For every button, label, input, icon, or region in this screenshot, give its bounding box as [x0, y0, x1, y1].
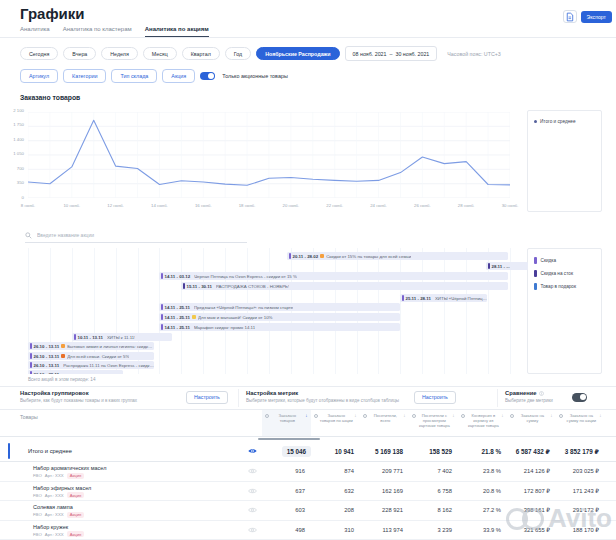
help-icon [314, 414, 318, 418]
period-pill[interactable]: Неделя [101, 47, 137, 60]
promo-label: ХИТЫ «Чёрной Пятницы» [435, 296, 487, 301]
x-axis-tick: 18 нояб. [239, 203, 256, 208]
promo-bar[interactable]: 26.10 - 13.11 Для всей семьи. Скидки от … [28, 352, 154, 360]
period-pill[interactable]: Квартал [182, 47, 220, 60]
eye-icon [248, 507, 257, 513]
sort-arrow-icon: ↓ [452, 413, 454, 419]
product-cell: Набор эфирных масел FBO Арт.: XXX Акция [20, 482, 242, 501]
date-range-picker[interactable]: 08 нояб. 2021 – 30 нояб. 2021 [345, 46, 438, 61]
fulfillment-label: FBO [33, 473, 42, 478]
promo-bar[interactable]: 28.11 - ... [486, 262, 528, 270]
article-label: Арт.: XXX [45, 493, 64, 498]
table-row: Набор кружек FBO Арт.: XXX Акция [0, 521, 616, 540]
tab-analytics[interactable]: Аналитика [20, 26, 50, 37]
promo-bar[interactable]: 26.10 - 13.11 Распродажа 11.11 на Ozon E… [28, 361, 154, 369]
metrics-title: Настройка метрик [246, 390, 399, 396]
promo-type-tick [488, 263, 490, 269]
promo-bar[interactable]: 25.11 - 28.11 ХИТЫ «Чёрной Пятницы» [400, 294, 487, 302]
promo-bar[interactable]: 14.11 - 25.11 Предзаказ «Чёрной Пятницы»… [159, 303, 400, 311]
totals-visibility-toggle[interactable] [248, 448, 257, 454]
promo-dates: 25.11 - 28.11 [406, 296, 431, 301]
promo-badge: Акция [67, 492, 85, 498]
column-header[interactable]: Заказано на сумму ↓ [507, 410, 556, 436]
totals-value: 5 169 138 [360, 448, 409, 455]
tab-analytics-clusters[interactable]: Аналитика по кластерам [63, 26, 132, 37]
metric-value: 214 126 ₽ [507, 468, 556, 474]
promo-icon [320, 254, 324, 258]
promo-type-tick [74, 334, 76, 340]
promo-dates: 26.10 - 13.11 [34, 344, 60, 349]
help-icon [510, 414, 514, 418]
promo-bar[interactable]: 15.11 - 30.11 РАСПРОДАЖА СТОКОВ - НОЯБРЬ… [181, 282, 508, 290]
comparison-title: Сравнение [505, 390, 537, 396]
dimension-filter-button[interactable]: Категории [63, 69, 106, 83]
grouping-configure-button[interactable]: Настроить [186, 391, 228, 404]
metrics-configure-button[interactable]: Настроить [414, 391, 456, 404]
promo-search-input[interactable] [35, 231, 247, 239]
promo-bar[interactable]: 26.10 - 28.11 [28, 370, 123, 374]
promo-label: Марафон скидок: промо 14.11 [194, 325, 255, 330]
product-name: Набор эфирных масел [33, 485, 242, 491]
promo-search [25, 228, 247, 243]
date-to: 30 нояб. 2021 [395, 51, 429, 57]
promo-legend-label: Товар в подарок [541, 284, 577, 289]
table-row: Солевая лампа FBO Арт.: XXX Акция [0, 501, 616, 521]
share-report-button[interactable] [563, 10, 577, 23]
date-from: 08 нояб. 2021 [353, 51, 387, 57]
promo-bar[interactable]: 10.11 - 13.11 ХИТЫ к 11.11! [72, 333, 172, 341]
period-pill[interactable]: Год [225, 47, 251, 60]
row-visibility-toggle[interactable] [248, 507, 257, 513]
dimension-filter-button[interactable]: Артикул [20, 69, 58, 83]
export-button[interactable]: Экспорт [581, 11, 613, 23]
promo-legend-item: Товар в подарок [534, 283, 595, 290]
filter-bar: СегодняВчераНеделяМесяцКварталГод Ноябрь… [20, 46, 608, 83]
period-pill[interactable]: Месяц [143, 47, 177, 60]
promo-bar[interactable]: 20.11 - 28.02 Скидки от 15% на товары дл… [287, 252, 508, 260]
legend-dot [534, 120, 537, 123]
column-header[interactable]: Заказано товаров по акции ↓ [311, 410, 360, 436]
column-header[interactable]: Заказано товаров ↓ [262, 410, 311, 436]
promo-bar[interactable]: 14.11 - 25.11 Для мам и малышей! Скидки … [159, 313, 400, 321]
promo-type-tick [161, 314, 163, 320]
totals-row: Итого и среднее 15 04610 9415 169 138158… [0, 441, 616, 462]
comparison-toggle[interactable] [572, 393, 587, 402]
promo-type-tick [402, 295, 404, 301]
column-header[interactable]: Посетители с просмотром карточки товара … [409, 410, 458, 436]
promo-bar[interactable]: 14.11 - 03.12 Черная Пятница на Ozon Exp… [159, 272, 508, 280]
dimension-filter-button[interactable]: Тип склада [111, 69, 157, 83]
promo-label: ХИТЫ к 11.11! [107, 335, 136, 340]
promo-label: Распродажа 11.11 на Ozon Express - скидк… [63, 363, 154, 368]
sort-arrow-icon: ↓ [501, 413, 503, 419]
row-visibility-toggle[interactable] [248, 527, 257, 533]
promo-bar[interactable]: 14.11 - 25.11 Марафон скидок: промо 14.1… [159, 323, 400, 331]
x-axis-tick: 26 нояб. [414, 203, 431, 208]
eye-icon [248, 527, 257, 533]
period-pill-active[interactable]: Ноябрьские Распродажи [256, 47, 339, 60]
promo-label: Для всей семьи. Скидки от 5% [67, 354, 129, 359]
dimension-filter-button[interactable]: Акция [162, 69, 195, 83]
page-title: Графики [20, 5, 85, 22]
tab-analytics-promos[interactable]: Аналитика по акциям [145, 26, 209, 37]
period-pill[interactable]: Сегодня [20, 47, 58, 60]
column-header[interactable]: Посетители, всего ↓ [360, 410, 409, 436]
row-visibility-toggle[interactable] [248, 488, 257, 494]
metric-value: 310 [311, 527, 360, 533]
help-icon [265, 414, 269, 418]
table-header: Товары Заказано товаров ↓ Заказано товар… [0, 410, 616, 437]
toggle-knob [580, 394, 586, 400]
sort-arrow-icon: ↓ [403, 413, 405, 419]
promo-legend-label: Скидка [541, 258, 557, 263]
y-axis-tick: 0 [22, 196, 24, 200]
promo-bar[interactable]: 26.10 - 13.11 Бытовая химия и личная гиг… [28, 342, 154, 350]
x-axis-tick: 24 нояб. [370, 203, 387, 208]
column-header[interactable]: Конверсия в корзину из карточки товара ↓ [458, 410, 507, 436]
metric-value: 23.8 % [458, 468, 507, 474]
promo-dates: 15.11 - 30.11 [187, 284, 212, 289]
promo-only-toggle[interactable] [200, 72, 215, 81]
row-visibility-toggle[interactable] [248, 468, 257, 474]
table-horizontal-scrollbar[interactable] [258, 438, 320, 441]
period-pill[interactable]: Вчера [63, 47, 96, 60]
promo-type-tick [30, 343, 32, 349]
x-axis-tick: 10 нояб. [63, 203, 80, 208]
column-header[interactable]: Заказано на сумму по акции ↓ [556, 410, 605, 436]
